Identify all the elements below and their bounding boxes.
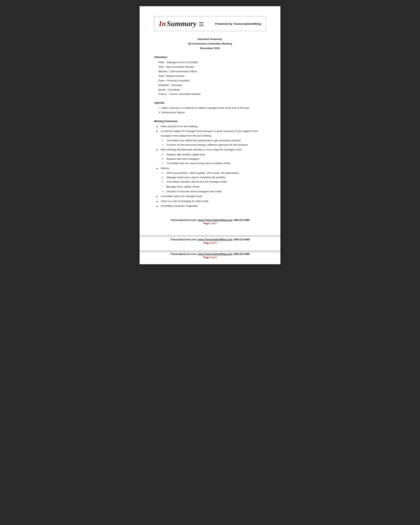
list-item: Dave - Financial consultant	[158, 79, 266, 83]
summary-bullet: ➤ There is a risk of changing for other …	[156, 199, 266, 204]
list-item: Elizabeth - Secretary	[158, 83, 266, 88]
page1-footer: Transcripts@civi.com | www.Transcription…	[154, 216, 266, 225]
bullet-text: Committee adds two manager funds	[161, 194, 266, 198]
agenda-label: Agenda:	[154, 101, 266, 104]
arrow-icon: ➤	[156, 199, 160, 204]
bullet-text: History:	[161, 166, 266, 171]
list-item: Committee was offered the opportunity to…	[162, 139, 266, 143]
document-title: Standard Summary Q3 Investment Committee…	[154, 37, 266, 51]
sub-list: Decision to fund two direct managers was…	[156, 189, 266, 194]
page3-footer: Transcripts@civi.com | www.Transcription…	[154, 251, 266, 261]
arrow-icon: ➤	[156, 125, 160, 129]
list-item: Nicole - Consultant	[158, 88, 266, 92]
bullet-text: Liz led the subject of managers fund and…	[161, 129, 266, 138]
arrow-icon: ➤	[156, 204, 160, 208]
list-item: John - New committee member	[158, 65, 266, 69]
list-item: Replace with another capital fund.	[162, 152, 266, 157]
attendees-list: Peter - Managers Fund Committee John - N…	[154, 60, 266, 97]
list-item: Manager fund, capital, bonds	[162, 185, 266, 189]
logo-box: In Summary Powered by TranscriptionWing⁄	[154, 16, 266, 31]
summary-bullet: ➤ Committee adds two manager funds	[156, 194, 266, 198]
list-item: Michael - Chief Investment Officer	[158, 69, 266, 74]
summary-bullet: ➤ History:	[156, 166, 266, 171]
list-item: Concern of new personnel having a differ…	[162, 143, 266, 147]
sub-list: Committee was offered the opportunity to…	[156, 139, 266, 147]
sub-list: 25% fund portfolio = 80% equities, 15% b…	[156, 171, 266, 184]
list-item: Manager funds were used to substitute th…	[162, 175, 266, 180]
meeting-summary-section: Meeting Summary: ➤ Peter phoned-in for t…	[154, 120, 266, 208]
page-1: In Summary Powered by TranscriptionWing⁄…	[140, 6, 280, 235]
page-number: Page 1 of 3	[154, 222, 266, 225]
list-item: Make a decision on whether to redeem man…	[162, 106, 266, 111]
summary-bullet: ➤ Committee members resignation	[156, 204, 266, 208]
list-item: Committee members did not pick the manag…	[162, 180, 266, 184]
summary-bullet: ➤ Next meeting will determine whether or…	[156, 148, 266, 152]
page2-footer: Transcripts@civi.com | www.Transcription…	[154, 236, 266, 246]
footer-contact: Transcripts@civi.com | www.Transcription…	[154, 253, 266, 255]
sub-list: Replace with another capital fund. Repla…	[156, 152, 266, 166]
arrow-icon: ➤	[156, 166, 160, 171]
agenda-list: Make a decision on whether to redeem man…	[154, 106, 266, 115]
agenda-section: Agenda: Make a decision on whether to re…	[154, 101, 266, 115]
summary-bullet: ➤ Liz led the subject of managers fund a…	[156, 129, 266, 138]
footer-link[interactable]: www.TranscriptionWing.com	[198, 219, 232, 222]
list-item: Francis – Former committee member	[158, 92, 266, 97]
list-item: Performance Report	[162, 111, 266, 115]
attendees-section: Attendees: Peter - Managers Fund Committ…	[154, 56, 266, 97]
bullet-text: Next meeting will determine whether or n…	[161, 148, 266, 152]
logo-lines-icon	[199, 22, 204, 26]
footer-contact: Transcripts@civi.com | www.Transcription…	[154, 238, 266, 241]
attendees-label: Attendees:	[154, 56, 266, 59]
sub-sub-list: Manager fund, capital, bonds	[156, 185, 266, 189]
bullet-text: Committee members resignation	[161, 204, 266, 208]
summary-content: ➤ Peter phoned-in for the meeting. ➤ Liz…	[154, 124, 266, 208]
meeting-summary-label: Meeting Summary:	[154, 120, 266, 123]
list-item: Peter - Managers Fund Committee	[158, 60, 266, 65]
logo-in-text: In	[159, 19, 166, 28]
list-item: Decision to fund two direct managers was…	[162, 189, 266, 194]
footer-link[interactable]: www.TranscriptionWing.com	[198, 238, 232, 241]
list-item: 25% fund portfolio = 80% equities, 15% b…	[162, 171, 266, 175]
arrow-icon: ➤	[156, 148, 160, 152]
bullet-text: Peter phoned-in for the meeting.	[161, 124, 266, 129]
logo-summary-text: Summary	[167, 19, 197, 28]
summary-bullet: ➤ Peter phoned-in for the meeting.	[156, 124, 266, 129]
logo-powered-by: Powered by TranscriptionWing⁄	[215, 22, 261, 26]
list-item: Todd - Retired member	[158, 74, 266, 79]
arrow-icon: ➤	[156, 194, 160, 198]
arrow-icon: ➤	[156, 129, 160, 133]
page-number: Page 2 of 3	[154, 242, 266, 244]
list-item: Committee has one chance every year to r…	[162, 161, 266, 166]
page-number: Page 3 of 3	[154, 256, 266, 259]
footer-link[interactable]: www.TranscriptionWing.com	[198, 253, 232, 255]
list-item: Replace with fund managers.	[162, 157, 266, 161]
logo-left: In Summary	[159, 19, 204, 28]
footer-contact: Transcripts@civi.com | www.Transcription…	[154, 219, 266, 222]
bullet-text: There is a risk of changing for other fu…	[161, 199, 266, 204]
